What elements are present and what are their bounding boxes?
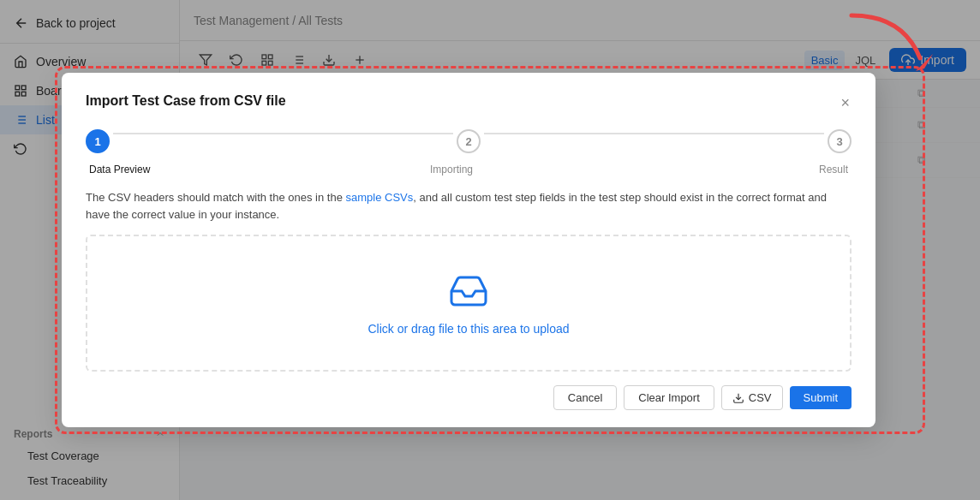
step-1-circle: 1 (86, 129, 110, 153)
dialog-title: Import Test Case from CSV file (86, 93, 286, 109)
step-3-label: Result (780, 164, 848, 176)
info-text: The CSV headers should match with the on… (86, 189, 852, 223)
submit-button[interactable]: Submit (790, 386, 852, 409)
import-dialog: Import Test Case from CSV file × 1 2 (62, 73, 875, 427)
upload-area[interactable]: Click or drag file to this area to uploa… (86, 235, 852, 372)
steps-container: 1 2 3 (86, 129, 852, 153)
dialog-wrapper: Import Test Case from CSV file × 1 2 (62, 73, 918, 427)
download-csv-icon (732, 392, 744, 404)
info-text-before: The CSV headers should match with the on… (86, 191, 346, 204)
dialog-footer: Cancel Clear Import CSV Submit (86, 385, 852, 410)
clear-import-button[interactable]: Clear Import (624, 385, 714, 410)
step-2-circle: 2 (457, 129, 481, 153)
dialog-close-button[interactable]: × (839, 93, 852, 112)
step-3-circle: 3 (828, 129, 852, 153)
cancel-button[interactable]: Cancel (553, 385, 617, 410)
step-1-label: Data Preview (89, 164, 158, 176)
svg-marker-25 (916, 54, 933, 71)
step-connector-1 (113, 133, 453, 134)
step-3: 3 (828, 129, 852, 153)
csv-button[interactable]: CSV (721, 385, 783, 410)
step-1: 1 (86, 129, 110, 153)
inbox-icon (448, 271, 489, 312)
upload-text: Click or drag file to this area to uploa… (368, 322, 569, 336)
step-2-label: Importing (417, 164, 486, 176)
csv-label: CSV (749, 391, 772, 404)
dialog-header: Import Test Case from CSV file × (86, 93, 852, 112)
modal-overlay: Import Test Case from CSV file × 1 2 (0, 0, 980, 500)
step-2: 2 (457, 129, 481, 153)
sample-csvs-link[interactable]: sample CSVs (346, 191, 414, 204)
step-connector-2 (484, 133, 824, 134)
